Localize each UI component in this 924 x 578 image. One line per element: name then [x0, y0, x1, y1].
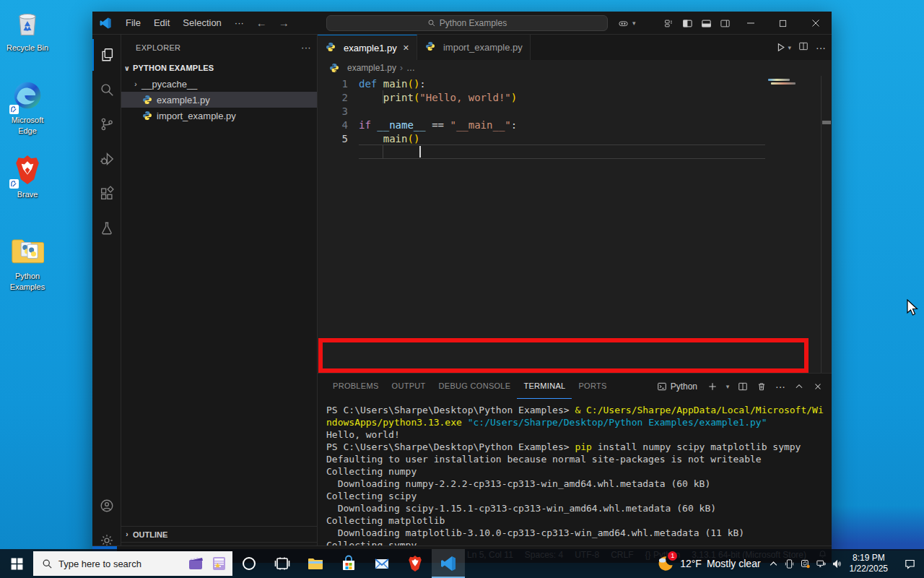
- tray-volume-icon[interactable]: [832, 558, 842, 569]
- taskbar-clock[interactable]: 8:19 PM 1/22/2025: [842, 553, 895, 574]
- weather-icon: 1: [656, 554, 675, 573]
- editor-tab-bar: example1.py✕import_example.py: [318, 35, 832, 60]
- breadcrumb[interactable]: example1.py › …: [318, 60, 832, 76]
- bottom-panel: PROBLEMSOUTPUTDEBUG CONSOLETERMINALPORTS…: [318, 373, 832, 545]
- explorer-more-icon[interactable]: ···: [301, 42, 311, 53]
- code-token: Defaulting to user installation because …: [326, 454, 762, 465]
- breadcrumb-more[interactable]: …: [406, 63, 415, 73]
- toggle-sidebar-icon[interactable]: [678, 15, 697, 31]
- weather-widget[interactable]: 1 12°F Mostly clear: [649, 549, 767, 578]
- taskbar-app-cortana[interactable]: [232, 549, 266, 578]
- run-debug-icon[interactable]: [92, 143, 121, 175]
- editor-more-icon[interactable]: ···: [816, 42, 826, 53]
- taskbar-app-vscode[interactable]: [432, 549, 465, 578]
- panel-tab-debug-console[interactable]: DEBUG CONSOLE: [432, 374, 518, 399]
- menu-file[interactable]: File: [119, 15, 147, 31]
- scrollbar-marker[interactable]: [822, 121, 831, 124]
- tab-example1-py[interactable]: example1.py✕: [318, 35, 417, 60]
- file-item-example1-py[interactable]: example1.py: [121, 92, 317, 108]
- code-editor[interactable]: 1def main():2 print("Hello, world!")34if…: [318, 76, 832, 373]
- search-view-icon[interactable]: [92, 74, 121, 105]
- taskbar-app-file-explorer[interactable]: [299, 549, 332, 578]
- source-control-icon[interactable]: [92, 108, 121, 140]
- code-token: Downloading numpy-2.2.2-cp313-cp313-win_…: [326, 478, 710, 489]
- close-panel-icon[interactable]: [810, 379, 826, 394]
- forward-button[interactable]: →: [273, 17, 295, 29]
- taskbar-search[interactable]: Type here to search: [33, 551, 232, 576]
- code-line-2: 2 print("Hello, world!"): [318, 91, 832, 105]
- terminal-dropdown-icon[interactable]: ▾: [723, 379, 732, 394]
- testing-icon[interactable]: [92, 212, 121, 244]
- taskbar-app-brave[interactable]: [398, 549, 432, 578]
- desktop-icon-recycle-bin[interactable]: Recycle Bin: [1, 7, 54, 53]
- tray-phone-link-icon[interactable]: [784, 558, 795, 569]
- maximize-panel-icon[interactable]: [791, 379, 807, 394]
- panel-tab-terminal[interactable]: TERMINAL: [517, 374, 572, 399]
- tray-network-icon[interactable]: [816, 558, 827, 569]
- code-token: & C:/Users/Sharpe/AppData/Local/Microsof…: [575, 405, 823, 415]
- taskbar-app-mail[interactable]: [365, 549, 398, 578]
- system-tray: [768, 549, 842, 578]
- explorer-view-icon[interactable]: [92, 39, 121, 71]
- extensions-icon[interactable]: [92, 178, 121, 210]
- panel-tab-ports[interactable]: PORTS: [572, 374, 613, 399]
- terminal-line: ndowsApps/python3.13.exe "c:/Users/Sharp…: [326, 416, 767, 428]
- panel-tab-output[interactable]: OUTPUT: [385, 374, 432, 399]
- breadcrumb-file[interactable]: example1.py: [347, 63, 396, 73]
- panel-actions: Python ▾ ···: [657, 374, 826, 399]
- line-number: 4: [318, 118, 348, 132]
- new-terminal-icon[interactable]: [705, 379, 720, 394]
- desktop-icon-label: MicrosoftEdge: [1, 115, 54, 137]
- folder-root[interactable]: ∨ PYTHON EXAMPLES: [121, 60, 317, 76]
- back-button[interactable]: ←: [250, 17, 273, 29]
- minimap[interactable]: [768, 79, 790, 81]
- terminal-instance[interactable]: Python: [657, 381, 697, 392]
- desktop-icon-brave[interactable]: Brave: [1, 154, 54, 200]
- file-item---pycache--[interactable]: ›__pycache__: [121, 76, 317, 92]
- close-window-button[interactable]: [799, 12, 832, 35]
- customize-layout-icon[interactable]: [659, 15, 678, 31]
- split-terminal-icon[interactable]: [735, 379, 751, 394]
- code-token: print: [383, 92, 414, 103]
- panel-tab-problems[interactable]: PROBLEMS: [326, 374, 385, 399]
- copilot-icon[interactable]: [614, 15, 632, 31]
- news-icon[interactable]: [211, 555, 228, 572]
- minimize-button[interactable]: [734, 12, 767, 35]
- taskbar: Type here to search 1 12°F Mostly clear …: [0, 549, 924, 578]
- start-button[interactable]: [0, 549, 33, 578]
- toggle-panel-icon[interactable]: [697, 15, 715, 31]
- action-center-icon[interactable]: [895, 549, 924, 578]
- clipchamp-icon[interactable]: [188, 555, 205, 572]
- tray-sync-alert-icon[interactable]: [800, 558, 811, 569]
- menu-selection[interactable]: Selection: [176, 15, 227, 31]
- close-tab-icon[interactable]: ✕: [403, 43, 409, 53]
- menu-bar: FileEditSelection···: [119, 15, 250, 31]
- terminal-output[interactable]: PS C:\Users\Sharpe\Desktop\Python Exampl…: [318, 404, 823, 546]
- tray-chevron-up-icon[interactable]: [768, 558, 779, 569]
- account-icon[interactable]: [92, 490, 121, 522]
- editor-area: example1.py✕import_example.py ▾ ··· exam…: [318, 35, 832, 545]
- minimap[interactable]: [771, 82, 796, 85]
- copilot-chevron-icon: ▾: [632, 20, 636, 27]
- file-item-import-example-py[interactable]: import_example.py: [121, 108, 317, 124]
- desktop-icon-microsoft-edge[interactable]: MicrosoftEdge: [1, 79, 54, 137]
- menu-edit[interactable]: Edit: [147, 15, 176, 31]
- run-python-button[interactable]: ▾: [775, 42, 791, 53]
- code-token: :: [419, 78, 425, 90]
- maximize-button[interactable]: [767, 12, 799, 35]
- taskbar-app-microsoft-store[interactable]: [332, 549, 365, 578]
- shortcut-arrow-icon: [9, 179, 19, 189]
- desktop-icon-python-examples-folder[interactable]: PythonExamples: [1, 236, 54, 293]
- toggle-secondary-sidebar-icon[interactable]: [715, 15, 734, 31]
- code-token: PS C:\Users\Sharpe\Desktop\Python Exampl…: [326, 405, 575, 415]
- taskbar-app-task-view[interactable]: [266, 549, 299, 578]
- menu-[interactable]: ···: [228, 15, 250, 31]
- outline-section[interactable]: › OUTLINE: [121, 526, 317, 542]
- code-token: install numpy scipy matplotlib sympy: [592, 441, 801, 452]
- command-center-search[interactable]: Python Examples: [326, 15, 608, 31]
- kill-terminal-icon[interactable]: [754, 379, 770, 394]
- tab-import-example-py[interactable]: import_example.py: [417, 35, 531, 60]
- split-editor-icon[interactable]: [798, 41, 808, 54]
- code-token: "Hello, world!": [419, 92, 510, 103]
- panel-more-icon[interactable]: ···: [772, 379, 788, 394]
